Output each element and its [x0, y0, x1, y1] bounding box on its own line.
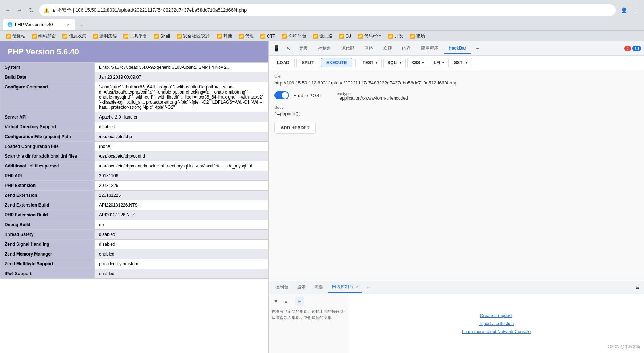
- bookmark-vuln[interactable]: 📁 漏洞集锦: [90, 32, 120, 40]
- collapse-btn[interactable]: ▼: [272, 297, 280, 306]
- import-collection-link[interactable]: Import a collection: [479, 321, 514, 326]
- folder-icon: 📁: [123, 34, 128, 39]
- table-row: Loaded Configuration File(none): [0, 142, 268, 151]
- row-value: /usr/local/etc/php: [95, 132, 268, 142]
- devtools-tab-add[interactable]: +: [472, 44, 483, 53]
- bookmark-shell[interactable]: 📁 Shell: [151, 33, 173, 40]
- bookmark-encode[interactable]: 📁 编码加密: [29, 32, 59, 40]
- settings-button[interactable]: ⋮: [631, 5, 641, 15]
- table-row: SystemLinux f5a67c78beac 5.4.0-92-generi…: [0, 63, 268, 72]
- xss-dropdown[interactable]: XSS: [407, 58, 428, 67]
- bottom-tab-console[interactable]: 控制台: [272, 282, 292, 292]
- expand-btn[interactable]: ▲: [282, 297, 290, 306]
- lfi-dropdown[interactable]: LFI: [430, 58, 449, 67]
- bookmark-label: 漏洞集锦: [99, 33, 117, 39]
- ssti-dropdown[interactable]: SSTI: [450, 58, 472, 67]
- body-value[interactable]: 1=phpinfo();: [274, 111, 638, 116]
- new-tab-button[interactable]: +: [77, 20, 87, 30]
- table-row: Zend Signal Handlingdisabled: [0, 240, 268, 249]
- table-row: Configuration File (php.ini) Path/usr/lo…: [0, 132, 268, 142]
- bottom-tab-search[interactable]: 搜索: [293, 282, 309, 292]
- table-row: Server APIApache 2.0 Handler: [0, 112, 268, 122]
- network-console-close[interactable]: ×: [356, 285, 358, 289]
- devtools-tab-source[interactable]: 源代码: [337, 43, 359, 54]
- folder-icon: 📁: [32, 34, 37, 39]
- devtools-tab-elements[interactable]: 元素: [295, 43, 312, 54]
- profile-button[interactable]: 👤: [619, 5, 629, 15]
- back-button[interactable]: ←: [3, 5, 13, 15]
- table-row: PHP Extension BuildAPI20131226,NTS: [0, 210, 268, 220]
- bookmark-ctf[interactable]: 📁 CTF: [257, 33, 278, 40]
- devtools-tab-welcome[interactable]: 欢迎: [379, 43, 396, 54]
- bottom-panel-icon[interactable]: ⊟: [634, 283, 641, 291]
- bookmark-label: 工具平台: [130, 33, 147, 39]
- bookmarks-bar: 📁 镜像站 📁 编码加密 📁 信息收集 📁 漏洞集锦 📁 工具平台 📁 Shel…: [0, 30, 644, 41]
- row-value: disabled: [95, 122, 268, 132]
- row-key: Zend Multibyte Support: [0, 259, 95, 269]
- enable-post-toggle[interactable]: [274, 91, 289, 99]
- bookmark-info[interactable]: 📁 信息收集: [59, 32, 89, 40]
- table-row: Zend Extension220131226: [0, 191, 268, 200]
- bookmark-code-review[interactable]: 📁 代码审计: [355, 32, 384, 40]
- split-button[interactable]: SPLIT: [296, 58, 319, 67]
- bookmark-dev[interactable]: 📁 开发: [385, 32, 406, 40]
- bookmark-security[interactable]: 📁 安全社区/文库: [174, 32, 213, 40]
- bookmark-targets[interactable]: 📁 靶场: [407, 32, 428, 40]
- badge-warnings: 19: [632, 46, 641, 51]
- enctype-value[interactable]: application/x-www-form-urlencoded: [340, 96, 408, 101]
- bottom-body: ▼ ▲ ⊞ 你没有已定义的集锦。选择上面的按钮以从磁盘导入集锦，或创建新的空集 …: [269, 294, 644, 353]
- bookmark-label: 其他: [223, 33, 232, 39]
- bookmark-proxy[interactable]: 📁 代理: [236, 32, 257, 40]
- bottom-tab-issues[interactable]: 问题: [311, 282, 327, 292]
- bookmark-src[interactable]: 📁 SRC平台: [279, 32, 309, 40]
- tab-close-button[interactable]: ×: [65, 22, 71, 28]
- toggle-enctype-row: Enable POST enctype application/x-www-fo…: [274, 91, 638, 105]
- load-button[interactable]: LOAD: [272, 58, 295, 67]
- tab-title: PHP Version 5.6.40: [15, 22, 63, 27]
- row-value: API20131226,NTS: [95, 210, 268, 220]
- bookmark-ideas[interactable]: 📁 强思路: [310, 32, 335, 40]
- url-value[interactable]: http://106.15.50.112:8031/upload/2022111…: [274, 80, 638, 86]
- bookmark-oj[interactable]: 📁 OJ: [336, 33, 354, 40]
- devtools-tab-console[interactable]: 控制台: [314, 43, 335, 54]
- bookmark-mirrors[interactable]: 📁 镜像站: [3, 32, 28, 40]
- php-info-table: SystemLinux f5a67c78beac 5.4.0-92-generi…: [0, 62, 268, 279]
- folder-icon: 📁: [260, 34, 265, 39]
- test-dropdown[interactable]: TEST: [359, 58, 382, 67]
- refresh-button[interactable]: ↻: [26, 5, 36, 15]
- row-key: Debug Build: [0, 220, 95, 230]
- bookmark-other[interactable]: 📁 其他: [214, 32, 235, 40]
- php-content[interactable]: SystemLinux f5a67c78beac 5.4.0-92-generi…: [0, 62, 268, 353]
- nav-buttons: ← → ↻: [3, 5, 36, 15]
- address-bar-container[interactable]: ⚠️ ▲ 不安全 | 106.15.50.112:8031/upload/202…: [39, 4, 616, 16]
- sqli-dropdown[interactable]: SQLI: [383, 58, 406, 67]
- hackbar-panel: 📱 ↖ 元素 控制台 源代码 网络 欢迎 内存 应用程序 HackBar + 2…: [268, 41, 644, 353]
- devtools-tab-hackbar[interactable]: HackBar: [444, 43, 471, 54]
- collection-empty-text: 你没有已定义的集锦。选择上面的按钮以从磁盘导入集锦，或创建新的空集: [272, 308, 345, 320]
- separator-1: [355, 59, 356, 66]
- folder-icon: 📁: [93, 34, 98, 39]
- scroll-btn[interactable]: ⊞: [295, 297, 304, 306]
- tab-favicon: 🌐: [7, 22, 13, 27]
- browser-chrome: ← → ↻ ⚠️ ▲ 不安全 | 106.15.50.112:8031/uplo…: [0, 0, 644, 41]
- devtools-tab-application[interactable]: 应用程序: [417, 43, 443, 54]
- forward-button[interactable]: →: [15, 5, 25, 15]
- devtools-tab-memory[interactable]: 内存: [398, 43, 415, 54]
- devtools-tab-network[interactable]: 网络: [360, 43, 377, 54]
- bottom-tab-add[interactable]: +: [364, 283, 372, 292]
- devtools-inspect-icon[interactable]: ↖: [283, 43, 293, 54]
- add-header-button[interactable]: ADD HEADER: [274, 122, 316, 134]
- learn-more-link[interactable]: Learn more about Network Console: [462, 329, 531, 334]
- execute-button[interactable]: EXECUTE: [321, 58, 352, 67]
- bottom-tab-network-console[interactable]: 网络控制台 ×: [328, 282, 362, 293]
- active-tab[interactable]: 🌐 PHP Version 5.6.40 ×: [3, 19, 75, 30]
- devtools-device-icon[interactable]: 📱: [272, 43, 282, 54]
- row-key: Server API: [0, 112, 95, 122]
- row-value: provided by mbstring: [95, 259, 268, 269]
- bookmark-label: 代码审计: [364, 33, 381, 39]
- table-row: Configure Command'./configure' '--build=…: [0, 82, 268, 112]
- bookmark-tools[interactable]: 📁 工具平台: [120, 32, 150, 40]
- bookmark-label: 镜像站: [12, 33, 25, 39]
- hackbar-toolbar: LOAD SPLIT EXECUTE TEST SQLI XSS LFI SST…: [269, 56, 644, 70]
- create-request-link[interactable]: Create a request: [480, 313, 512, 318]
